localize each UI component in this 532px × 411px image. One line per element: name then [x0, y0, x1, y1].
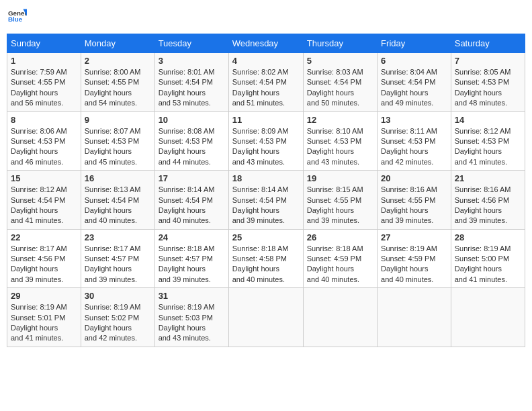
day-info: Sunrise: 8:05 AM Sunset: 4:53 PM Dayligh… — [455, 67, 521, 109]
day-number: 30 — [85, 291, 151, 301]
calendar-cell: 10 Sunrise: 8:08 AM Sunset: 4:53 PM Dayl… — [154, 111, 228, 171]
day-number: 12 — [307, 115, 373, 125]
calendar-cell: 14 Sunrise: 8:12 AM Sunset: 4:53 PM Dayl… — [451, 111, 525, 171]
calendar-cell: 4 Sunrise: 8:02 AM Sunset: 4:54 PM Dayli… — [228, 53, 303, 112]
calendar-cell: 2 Sunrise: 8:00 AM Sunset: 4:55 PM Dayli… — [81, 53, 154, 112]
day-info: Sunrise: 8:19 AM Sunset: 5:03 PM Dayligh… — [159, 302, 225, 344]
day-info: Sunrise: 8:13 AM Sunset: 4:54 PM Dayligh… — [85, 185, 151, 226]
page-header: General Blue — [7, 7, 525, 28]
day-number: 14 — [455, 115, 521, 125]
day-number: 22 — [11, 232, 77, 242]
calendar-cell: 25 Sunrise: 8:18 AM Sunset: 4:58 PM Dayl… — [228, 229, 303, 288]
day-info: Sunrise: 8:12 AM Sunset: 4:54 PM Dayligh… — [11, 185, 77, 226]
day-number: 4 — [232, 56, 300, 66]
weekday-header-monday: Monday — [81, 34, 154, 53]
day-number: 2 — [85, 56, 151, 66]
calendar-cell — [378, 288, 451, 347]
day-number: 3 — [159, 56, 225, 66]
calendar-cell: 13 Sunrise: 8:11 AM Sunset: 4:53 PM Dayl… — [378, 111, 451, 171]
day-info: Sunrise: 8:18 AM Sunset: 4:59 PM Dayligh… — [307, 244, 373, 285]
day-info: Sunrise: 8:19 AM Sunset: 5:02 PM Dayligh… — [85, 302, 151, 344]
weekday-header-tuesday: Tuesday — [154, 34, 228, 53]
calendar-cell: 31 Sunrise: 8:19 AM Sunset: 5:03 PM Dayl… — [154, 288, 228, 347]
day-info: Sunrise: 8:08 AM Sunset: 4:53 PM Dayligh… — [159, 126, 225, 168]
weekday-header-wednesday: Wednesday — [228, 34, 303, 53]
calendar-cell: 21 Sunrise: 8:16 AM Sunset: 4:56 PM Dayl… — [451, 171, 525, 230]
calendar-cell — [451, 288, 525, 347]
day-number: 31 — [159, 291, 225, 301]
day-info: Sunrise: 8:17 AM Sunset: 4:56 PM Dayligh… — [11, 244, 77, 285]
calendar-cell: 22 Sunrise: 8:17 AM Sunset: 4:56 PM Dayl… — [7, 229, 81, 288]
day-info: Sunrise: 8:01 AM Sunset: 4:54 PM Dayligh… — [159, 67, 225, 109]
weekday-header-row: SundayMondayTuesdayWednesdayThursdayFrid… — [7, 34, 525, 53]
day-number: 10 — [159, 115, 225, 125]
day-number: 21 — [455, 173, 521, 183]
calendar-cell: 9 Sunrise: 8:07 AM Sunset: 4:53 PM Dayli… — [81, 111, 154, 171]
weekday-header-sunday: Sunday — [7, 34, 81, 53]
day-info: Sunrise: 8:18 AM Sunset: 4:57 PM Dayligh… — [159, 244, 225, 285]
day-info: Sunrise: 8:19 AM Sunset: 5:00 PM Dayligh… — [455, 244, 521, 285]
calendar-week-4: 22 Sunrise: 8:17 AM Sunset: 4:56 PM Dayl… — [7, 229, 525, 288]
calendar-cell: 1 Sunrise: 7:59 AM Sunset: 4:55 PM Dayli… — [7, 53, 81, 112]
day-info: Sunrise: 7:59 AM Sunset: 4:55 PM Dayligh… — [11, 67, 77, 109]
day-info: Sunrise: 8:09 AM Sunset: 4:53 PM Dayligh… — [232, 126, 300, 168]
calendar-cell: 3 Sunrise: 8:01 AM Sunset: 4:54 PM Dayli… — [154, 53, 228, 112]
day-info: Sunrise: 8:06 AM Sunset: 4:53 PM Dayligh… — [11, 126, 77, 168]
day-number: 17 — [159, 173, 225, 183]
day-number: 19 — [307, 173, 373, 183]
calendar-cell: 12 Sunrise: 8:10 AM Sunset: 4:53 PM Dayl… — [303, 111, 377, 171]
calendar-cell: 30 Sunrise: 8:19 AM Sunset: 5:02 PM Dayl… — [81, 288, 154, 347]
day-info: Sunrise: 8:14 AM Sunset: 4:54 PM Dayligh… — [232, 185, 300, 226]
day-info: Sunrise: 8:18 AM Sunset: 4:58 PM Dayligh… — [232, 244, 300, 285]
day-info: Sunrise: 8:02 AM Sunset: 4:54 PM Dayligh… — [232, 67, 300, 109]
day-number: 27 — [381, 232, 447, 242]
calendar-cell: 6 Sunrise: 8:04 AM Sunset: 4:54 PM Dayli… — [378, 53, 451, 112]
day-number: 7 — [455, 56, 521, 66]
logo-icon: General Blue — [8, 7, 27, 26]
day-number: 23 — [85, 232, 151, 242]
weekday-header-saturday: Saturday — [451, 34, 525, 53]
day-number: 15 — [11, 173, 77, 183]
calendar-cell: 23 Sunrise: 8:17 AM Sunset: 4:57 PM Dayl… — [81, 229, 154, 288]
calendar-week-1: 1 Sunrise: 7:59 AM Sunset: 4:55 PM Dayli… — [7, 53, 525, 112]
day-number: 1 — [11, 56, 77, 66]
calendar-week-2: 8 Sunrise: 8:06 AM Sunset: 4:53 PM Dayli… — [7, 111, 525, 171]
day-info: Sunrise: 8:17 AM Sunset: 4:57 PM Dayligh… — [85, 244, 151, 285]
day-info: Sunrise: 8:16 AM Sunset: 4:56 PM Dayligh… — [455, 185, 521, 226]
weekday-header-thursday: Thursday — [303, 34, 377, 53]
day-number: 20 — [381, 173, 447, 183]
calendar-cell: 16 Sunrise: 8:13 AM Sunset: 4:54 PM Dayl… — [81, 171, 154, 230]
day-number: 6 — [381, 56, 447, 66]
day-number: 8 — [11, 115, 77, 125]
logo: General Blue — [7, 7, 27, 28]
day-info: Sunrise: 8:11 AM Sunset: 4:53 PM Dayligh… — [381, 126, 447, 168]
day-number: 9 — [85, 115, 151, 125]
calendar-cell: 28 Sunrise: 8:19 AM Sunset: 5:00 PM Dayl… — [451, 229, 525, 288]
day-info: Sunrise: 8:12 AM Sunset: 4:53 PM Dayligh… — [455, 126, 521, 168]
day-info: Sunrise: 8:04 AM Sunset: 4:54 PM Dayligh… — [381, 67, 447, 109]
calendar-cell: 7 Sunrise: 8:05 AM Sunset: 4:53 PM Dayli… — [451, 53, 525, 112]
day-info: Sunrise: 8:15 AM Sunset: 4:55 PM Dayligh… — [307, 185, 373, 226]
calendar-cell — [303, 288, 377, 347]
calendar-cell: 11 Sunrise: 8:09 AM Sunset: 4:53 PM Dayl… — [228, 111, 303, 171]
day-info: Sunrise: 8:03 AM Sunset: 4:54 PM Dayligh… — [307, 67, 373, 109]
calendar-cell: 27 Sunrise: 8:19 AM Sunset: 4:59 PM Dayl… — [378, 229, 451, 288]
day-number: 24 — [159, 232, 225, 242]
calendar-cell: 18 Sunrise: 8:14 AM Sunset: 4:54 PM Dayl… — [228, 171, 303, 230]
svg-text:Blue: Blue — [8, 15, 23, 23]
calendar-cell: 29 Sunrise: 8:19 AM Sunset: 5:01 PM Dayl… — [7, 288, 81, 347]
calendar-cell: 20 Sunrise: 8:16 AM Sunset: 4:55 PM Dayl… — [378, 171, 451, 230]
day-number: 5 — [307, 56, 373, 66]
day-number: 26 — [307, 232, 373, 242]
day-info: Sunrise: 8:19 AM Sunset: 5:01 PM Dayligh… — [11, 302, 77, 344]
day-info: Sunrise: 8:19 AM Sunset: 4:59 PM Dayligh… — [381, 244, 447, 285]
calendar-cell: 5 Sunrise: 8:03 AM Sunset: 4:54 PM Dayli… — [303, 53, 377, 112]
calendar-table: SundayMondayTuesdayWednesdayThursdayFrid… — [7, 34, 525, 347]
day-info: Sunrise: 8:16 AM Sunset: 4:55 PM Dayligh… — [381, 185, 447, 226]
calendar-week-3: 15 Sunrise: 8:12 AM Sunset: 4:54 PM Dayl… — [7, 171, 525, 230]
weekday-header-friday: Friday — [378, 34, 451, 53]
day-number: 13 — [381, 115, 447, 125]
day-number: 25 — [232, 232, 300, 242]
calendar-cell: 17 Sunrise: 8:14 AM Sunset: 4:54 PM Dayl… — [154, 171, 228, 230]
day-info: Sunrise: 8:00 AM Sunset: 4:55 PM Dayligh… — [85, 67, 151, 109]
